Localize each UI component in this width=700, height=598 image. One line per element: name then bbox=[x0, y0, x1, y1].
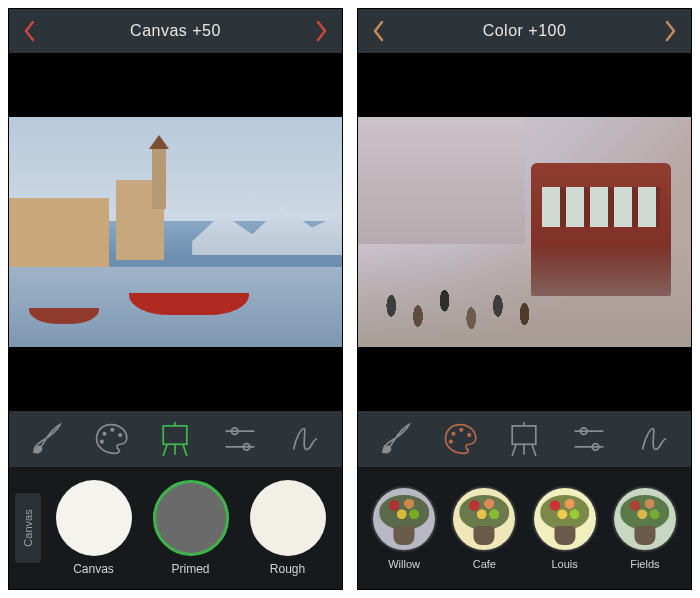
svg-point-1 bbox=[110, 428, 114, 432]
svg-point-3 bbox=[100, 440, 104, 444]
strip-tab-label: Canvas bbox=[22, 509, 34, 546]
option-louis[interactable]: Louis bbox=[532, 486, 598, 570]
options-strip: Canvas Canvas Primed Rough bbox=[9, 467, 342, 589]
canvas-tool[interactable] bbox=[503, 418, 545, 460]
palette-tool[interactable] bbox=[439, 418, 481, 460]
toolbar bbox=[358, 411, 691, 467]
header: Color +100 bbox=[358, 9, 691, 53]
toolbar bbox=[9, 411, 342, 467]
option-label: Willow bbox=[388, 558, 420, 570]
option-fields[interactable]: Fields bbox=[612, 486, 678, 570]
back-button[interactable] bbox=[19, 20, 41, 42]
option-canvas[interactable]: Canvas bbox=[56, 480, 132, 576]
header-title: Color +100 bbox=[483, 22, 567, 40]
option-label: Louis bbox=[551, 558, 577, 570]
svg-line-6 bbox=[164, 444, 168, 456]
svg-point-13 bbox=[452, 432, 456, 436]
header-title: Canvas +50 bbox=[130, 22, 221, 40]
swatch-canvas bbox=[56, 480, 132, 556]
option-label: Fields bbox=[630, 558, 659, 570]
option-label: Cafe bbox=[473, 558, 496, 570]
svg-point-2 bbox=[118, 433, 122, 437]
signature-tool[interactable] bbox=[283, 418, 325, 460]
svg-point-0 bbox=[103, 432, 107, 436]
options-strip: Willow Cafe Louis Fields bbox=[358, 467, 691, 589]
sliders-tool[interactable] bbox=[568, 418, 610, 460]
preview-image bbox=[9, 117, 342, 347]
screen-color: Color +100 bbox=[357, 8, 692, 590]
signature-tool[interactable] bbox=[632, 418, 674, 460]
svg-point-15 bbox=[467, 433, 471, 437]
svg-line-19 bbox=[513, 444, 517, 456]
header: Canvas +50 bbox=[9, 9, 342, 53]
screen-canvas: Canvas +50 bbox=[8, 8, 343, 590]
preview-area[interactable] bbox=[358, 53, 691, 411]
svg-rect-17 bbox=[513, 426, 537, 444]
option-primed[interactable]: Primed bbox=[153, 480, 229, 576]
next-button[interactable] bbox=[659, 20, 681, 42]
brush-tool[interactable] bbox=[26, 418, 68, 460]
preview-image bbox=[358, 117, 691, 347]
preview-area[interactable] bbox=[9, 53, 342, 411]
option-cafe[interactable]: Cafe bbox=[451, 486, 517, 570]
svg-line-20 bbox=[532, 444, 536, 456]
swatch-primed bbox=[153, 480, 229, 556]
canvas-tool[interactable] bbox=[154, 418, 196, 460]
option-rough[interactable]: Rough bbox=[250, 480, 326, 576]
back-button[interactable] bbox=[368, 20, 390, 42]
option-willow[interactable]: Willow bbox=[371, 486, 437, 570]
thumb-louis bbox=[532, 486, 598, 552]
option-label: Rough bbox=[270, 562, 305, 576]
strip-tab[interactable]: Canvas bbox=[15, 493, 41, 563]
palette-tool[interactable] bbox=[90, 418, 132, 460]
svg-point-14 bbox=[459, 428, 463, 432]
option-label: Canvas bbox=[73, 562, 114, 576]
svg-rect-4 bbox=[164, 426, 188, 444]
thumb-fields bbox=[612, 486, 678, 552]
next-button[interactable] bbox=[310, 20, 332, 42]
svg-point-16 bbox=[449, 440, 453, 444]
swatch-rough bbox=[250, 480, 326, 556]
sliders-tool[interactable] bbox=[219, 418, 261, 460]
option-label: Primed bbox=[171, 562, 209, 576]
svg-line-7 bbox=[183, 444, 187, 456]
thumb-cafe bbox=[451, 486, 517, 552]
thumb-willow bbox=[371, 486, 437, 552]
brush-tool[interactable] bbox=[375, 418, 417, 460]
